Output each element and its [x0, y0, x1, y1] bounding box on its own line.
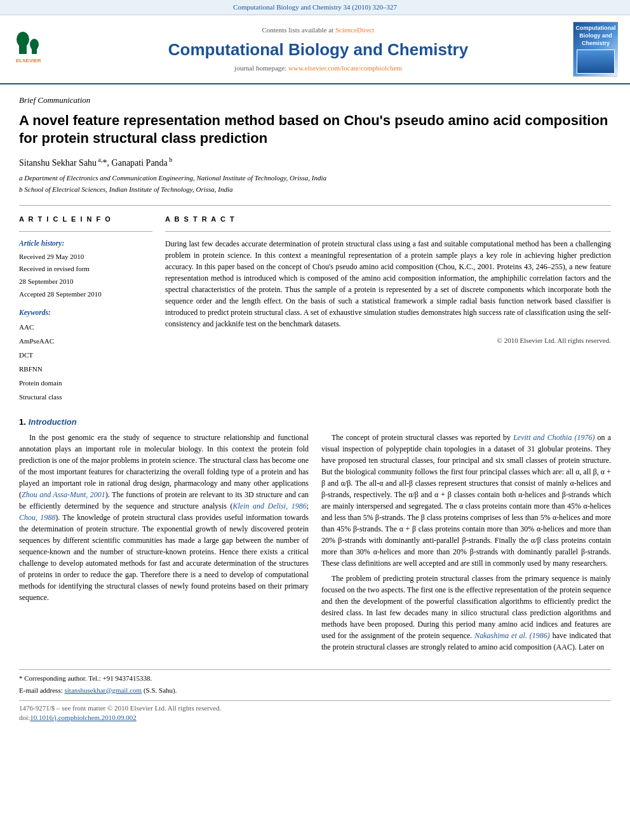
doi-line: doi:10.1016/j.compbiolchem.2010.09.002	[19, 713, 611, 723]
author-1: Sitanshu Sekhar Sahu	[19, 157, 97, 167]
keyword-4: RBFNN	[19, 362, 152, 376]
elsevier-logo: ELSEVIER	[13, 32, 64, 67]
top-bar: Computational Biology and Chemistry 34 (…	[0, 0, 630, 15]
ref-klein[interactable]: Klein and Delisi, 1986	[232, 502, 306, 510]
article-title: A novel feature representation method ba…	[19, 112, 611, 148]
body-section: 1. Introduction In the post genomic era …	[19, 417, 611, 657]
article-dates: Received 29 May 2010 Received in revised…	[19, 251, 152, 301]
keyword-2: AmPseAAC	[19, 334, 152, 348]
divider-abstract	[165, 231, 611, 232]
body-left-text: In the post genomic era the study of seq…	[19, 432, 309, 603]
article-info-col: A R T I C L E I N F O Article history: R…	[19, 215, 152, 404]
revised-date: 28 September 2010	[19, 276, 152, 288]
body-right-col: The concept of protein structural classe…	[321, 432, 611, 657]
keywords-list: AAC AmPseAAC DCT RBFNN Protein domain St…	[19, 320, 152, 404]
keyword-1: AAC	[19, 320, 152, 334]
body-left-col: In the post genomic era the study of seq…	[19, 432, 309, 657]
journal-citation: Computational Biology and Chemistry 34 (…	[233, 3, 397, 11]
divider-1	[19, 205, 611, 206]
body-para-3: The problem of predicting protein struct…	[321, 573, 611, 653]
abstract-heading: A B S T R A C T	[165, 215, 611, 224]
corresponding-note: * Corresponding author. Tel.: +91 943741…	[19, 674, 611, 683]
section-header: 1. Introduction	[19, 417, 611, 428]
body-right-text: The concept of protein structural classe…	[321, 432, 611, 653]
ref-zhou[interactable]: Zhou and Assa-Munt, 2001	[22, 490, 105, 499]
received-date: Received 29 May 2010	[19, 251, 152, 263]
article-info-abstract: A R T I C L E I N F O Article history: R…	[19, 215, 611, 404]
author-1-sup: a,	[97, 156, 102, 163]
author-2: Ganapati Panda	[112, 157, 168, 167]
svg-point-4	[30, 39, 39, 50]
journal-center: Contents lists available at ScienceDirec…	[70, 25, 566, 73]
keyword-3: DCT	[19, 348, 152, 362]
revised-label: Received in revised form	[19, 263, 152, 276]
body-two-col: In the post genomic era the study of seq…	[19, 432, 611, 657]
journal-thumb-image: ComputationalBiology andChemistry	[573, 22, 618, 76]
keyword-5: Protein domain	[19, 376, 152, 390]
abstract-col: A B S T R A C T During last few decades …	[165, 215, 611, 404]
issn-line: 1476-9271/$ – see front matter © 2010 El…	[19, 703, 611, 713]
divider-info	[19, 231, 152, 232]
journal-thumbnail: ComputationalBiology andChemistry	[573, 22, 617, 77]
journal-homepage: journal homepage: www.elsevier.com/locat…	[70, 63, 566, 73]
svg-text:ELSEVIER: ELSEVIER	[16, 58, 41, 63]
author-sep: ,	[107, 157, 112, 167]
doi-area: 1476-9271/$ – see front matter © 2010 El…	[19, 700, 611, 723]
author-2-sup: b	[168, 156, 173, 163]
affiliation-b: b School of Electrical Sciences, Indian …	[19, 184, 611, 196]
footnote-area: * Corresponding author. Tel.: +91 943741…	[19, 669, 611, 723]
doi-link[interactable]: 10.1016/j.compbiolchem.2010.09.002	[30, 714, 137, 721]
body-para-1: In the post genomic era the study of seq…	[19, 432, 309, 603]
email-author: (S.S. Sahu).	[144, 686, 177, 694]
science-direct-link[interactable]: ScienceDirect	[335, 26, 375, 34]
affiliations: a Department of Electronics and Communic…	[19, 173, 611, 195]
ref-nakashima[interactable]: Nakashima et al. (1986)	[474, 631, 550, 640]
email-label: E-mail address:	[19, 686, 63, 694]
author-1-star: *	[103, 157, 107, 167]
body-para-2: The concept of protein structural classe…	[321, 432, 611, 569]
section-title: Introduction	[29, 417, 77, 428]
email-note: E-mail address: sitanshusekhar@gmail.com…	[19, 686, 611, 695]
homepage-link[interactable]: www.elsevier.com/locate/compbiolchem	[288, 64, 402, 72]
keywords-section: Keywords: AAC AmPseAAC DCT RBFNN Protein…	[19, 307, 152, 404]
email-link[interactable]: sitanshusekhar@gmail.com	[64, 686, 142, 694]
abstract-text: During last few decades accurate determi…	[165, 238, 611, 330]
history-label: Article history:	[19, 238, 152, 248]
ref-levitt[interactable]: Levitt and Chothia (1976)	[513, 433, 594, 442]
main-content: Brief Communication A novel feature repr…	[0, 84, 630, 733]
ref-chou[interactable]: Chou, 1988	[19, 513, 55, 522]
copyright: © 2010 Elsevier Ltd. All rights reserved…	[165, 336, 611, 345]
journal-title: Computational Biology and Chemistry	[70, 38, 566, 61]
section-number: 1.	[19, 417, 26, 428]
authors: Sitanshu Sekhar Sahu a,*, Ganapati Panda…	[19, 156, 611, 169]
article-info-heading: A R T I C L E I N F O	[19, 215, 152, 224]
svg-point-2	[17, 32, 29, 47]
keyword-6: Structural class	[19, 390, 152, 404]
affiliation-a: a Department of Electronics and Communic…	[19, 173, 611, 184]
accepted-date: Accepted 28 September 2010	[19, 288, 152, 301]
keywords-label: Keywords:	[19, 307, 152, 317]
article-type: Brief Communication	[19, 95, 611, 106]
journal-header: ELSEVIER Contents lists available at Sci…	[0, 15, 630, 84]
contents-line: Contents lists available at ScienceDirec…	[70, 25, 566, 35]
